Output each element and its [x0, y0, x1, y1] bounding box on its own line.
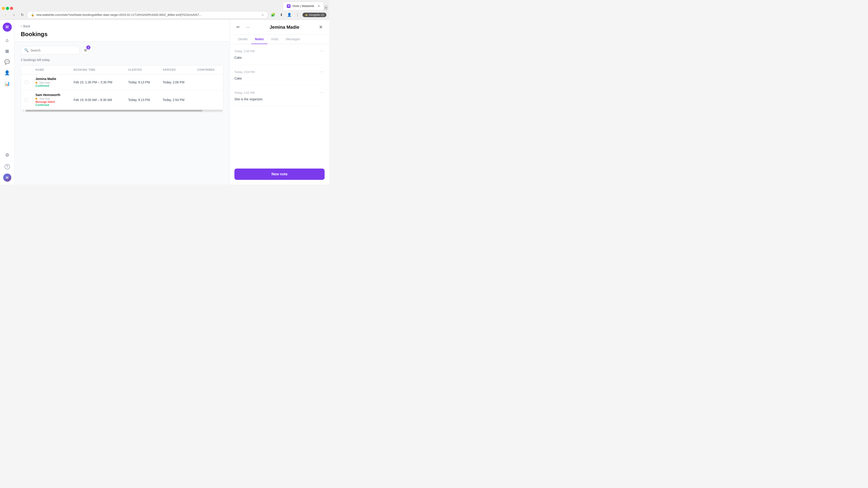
minimize-button[interactable]	[2, 7, 5, 10]
new-tab-button[interactable]: +	[324, 6, 327, 10]
note-menu-button[interactable]: ···	[319, 69, 324, 74]
th-booking-time: BOOKING TIME	[70, 66, 125, 74]
sidebar-item-messages[interactable]: 💬	[2, 57, 12, 67]
sidebar-item-help[interactable]: ?	[2, 162, 12, 172]
reload-button[interactable]: ↻	[19, 12, 25, 18]
brand-avatar[interactable]: M	[3, 23, 12, 32]
sidebar-item-calendar[interactable]: ▦	[2, 46, 12, 56]
row-arrived: Today, 2:06 PM	[159, 74, 193, 90]
note-text: She is the organizer.	[235, 97, 324, 102]
sidebar-item-home[interactable]: ⌂	[2, 35, 12, 45]
tab-visits[interactable]: Visits	[268, 35, 282, 44]
calendar-icon: ▦	[5, 48, 9, 54]
row-checkbox-cell	[21, 90, 32, 109]
edit-button[interactable]: ✏	[235, 24, 242, 31]
user-avatar[interactable]: M	[3, 173, 11, 182]
profile-icon[interactable]: 👤	[286, 12, 292, 18]
note-time: Today, 2:02 PM ·	[235, 91, 256, 94]
new-note-button[interactable]: New note	[235, 168, 324, 180]
more-options-button[interactable]: ···	[244, 24, 252, 31]
note-header: Today, 2:06 PM · ···	[235, 48, 324, 54]
bookings-table: NAME BOOKING TIME ALERTED ARRIVED	[21, 66, 223, 109]
note-menu-button[interactable]: ···	[319, 90, 324, 95]
tab-notes[interactable]: Notes	[251, 35, 268, 44]
panel-header: ✏ ··· Jemina Madie ✕	[230, 20, 329, 35]
users-icon: 👤	[4, 70, 10, 75]
bookmark-icon[interactable]: ☆	[261, 13, 264, 17]
tab-details[interactable]: Details	[235, 35, 251, 44]
tab-messages[interactable]: Messages	[282, 35, 304, 44]
extensions-icon[interactable]: 🧩	[270, 12, 276, 18]
settings-icon: ⚙	[5, 152, 9, 158]
help-icon: ?	[4, 164, 10, 169]
th-confirmed: CONFIRMED	[193, 66, 223, 74]
address-bar[interactable]: 🔒 new.waitwhile.com/visits?visitState=bo…	[27, 11, 268, 19]
user-initials: M	[6, 176, 8, 180]
note-header: Today, 2:02 PM · ···	[235, 90, 324, 95]
row-checkbox[interactable]	[25, 98, 28, 102]
more-options-icon: ···	[246, 25, 250, 30]
filter-icon: ⚙	[84, 48, 87, 53]
message-failed-badge: Message failed	[35, 100, 66, 103]
note-item: Today, 2:06 PM · ··· Cake	[235, 48, 324, 65]
row-name-cell: Jemina Madie Just now Confirmed	[32, 74, 70, 90]
search-input-wrapper[interactable]: 🔍	[21, 46, 80, 55]
horizontal-scrollbar[interactable]: ‹	[21, 109, 223, 112]
chat-icon: 💬	[4, 59, 10, 65]
panel-close-button[interactable]: ✕	[317, 24, 324, 31]
panel-tabs: Details Notes Visits Messages	[230, 35, 329, 44]
th-checkbox	[21, 66, 32, 74]
menu-icon[interactable]: ⋮	[294, 12, 301, 18]
close-icon: ✕	[319, 24, 323, 30]
sidebar-item-analytics[interactable]: 📊	[2, 78, 12, 89]
row-checkbox-cell	[21, 74, 32, 90]
confirmed-badge: Confirmed	[35, 84, 66, 88]
tab-title: Visits | Waitwhile	[292, 4, 316, 8]
tab-close-button[interactable]: ×	[318, 4, 320, 8]
page-title: Bookings	[21, 31, 223, 38]
download-icon[interactable]: ⬇	[278, 12, 284, 18]
browser-toolbar: ‹ › ↻ 🔒 new.waitwhile.com/visits?visitSt…	[0, 10, 329, 20]
page-header: ‹ Back Bookings	[14, 20, 230, 41]
note-time: Today, 2:04 PM ·	[235, 70, 256, 74]
confirmed-badge: Confirmed	[35, 103, 66, 107]
row-confirmed	[193, 74, 223, 90]
forward-button[interactable]: ›	[11, 12, 17, 18]
brand-letter: M	[6, 25, 8, 29]
close-window-button[interactable]	[10, 7, 13, 10]
scroll-track[interactable]	[26, 110, 222, 111]
note-header: Today, 2:04 PM · ···	[235, 69, 324, 74]
home-icon: ⌂	[6, 38, 8, 43]
search-icon: 🔍	[24, 48, 29, 53]
browser-chrome: W Visits | Waitwhile × + ‹ › ↻ 🔒 new.wai…	[0, 0, 329, 20]
search-bar: 🔍 ⚙ 2	[21, 46, 223, 55]
panel-notes-list: Today, 2:06 PM · ··· Cake Today, 2:04 PM…	[230, 44, 329, 168]
back-link[interactable]: ‹ Back	[21, 24, 223, 28]
search-input[interactable]	[31, 48, 76, 52]
scroll-thumb	[26, 110, 203, 111]
lock-icon: 🔒	[31, 13, 34, 17]
table-row[interactable]: Sam Hemsworth Just now Message failed Co…	[21, 90, 223, 109]
th-alerted: ALERTED	[125, 66, 159, 74]
row-checkbox[interactable]	[25, 80, 28, 84]
main-content: ‹ Back Bookings 🔍 ⚙ 2 2 bookings left to…	[14, 20, 230, 184]
incognito-badge: 🕵 Incognito (2)	[303, 13, 327, 17]
note-item: Today, 2:04 PM · ··· Cake	[235, 69, 324, 86]
bookings-table-container: NAME BOOKING TIME ALERTED ARRIVED	[21, 65, 223, 112]
th-arrived: ARRIVED	[159, 66, 193, 74]
sidebar-item-settings[interactable]: ⚙	[2, 150, 12, 160]
back-button[interactable]: ‹	[3, 12, 9, 18]
note-menu-button[interactable]: ···	[319, 48, 324, 54]
content-area: 🔍 ⚙ 2 2 bookings left today	[14, 41, 230, 184]
sidebar: M ⌂ ▦ 💬 👤 📊 ⚙ ? M	[0, 20, 14, 184]
table-row[interactable]: Jemina Madie Just now Confirmed Feb 15, …	[21, 74, 223, 90]
active-tab[interactable]: W Visits | Waitwhile ×	[283, 2, 324, 10]
maximize-button[interactable]	[6, 7, 9, 10]
sidebar-item-users[interactable]: 👤	[2, 68, 12, 78]
status-dot	[35, 82, 37, 84]
scroll-left-icon[interactable]: ‹	[22, 109, 26, 112]
tab-favicon: W	[287, 4, 290, 8]
filter-badge[interactable]: ⚙ 2	[81, 46, 90, 55]
status-dot	[35, 98, 37, 100]
back-arrow-icon: ‹	[21, 24, 22, 28]
